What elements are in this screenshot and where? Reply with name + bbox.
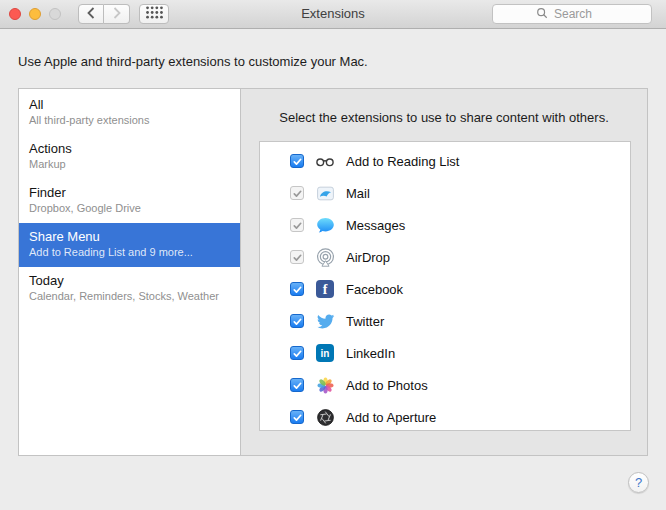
extension-row: Twitter (260, 305, 630, 337)
sidebar-item-title: Today (29, 273, 230, 289)
linkedin-icon: in (315, 343, 335, 363)
extension-label: Mail (346, 186, 370, 201)
intro-text: Use Apple and third-party extensions to … (18, 54, 368, 69)
chevron-left-icon (87, 5, 95, 23)
checkbox[interactable] (290, 250, 304, 264)
extension-label: Facebook (346, 282, 403, 297)
checkbox[interactable] (290, 218, 304, 232)
checkbox[interactable] (290, 410, 304, 424)
mail-icon (315, 183, 335, 203)
sidebar-item-subtitle: Markup (29, 158, 230, 171)
aperture-icon (315, 407, 335, 427)
checkbox[interactable] (290, 282, 304, 296)
facebook-icon: f (315, 279, 335, 299)
show-all-button[interactable] (139, 4, 169, 24)
facebook-glyph: f (323, 282, 328, 298)
airdrop-icon (315, 247, 335, 267)
zoom-button[interactable] (49, 8, 61, 20)
twitter-icon (315, 311, 335, 331)
extension-label: Add to Aperture (346, 410, 436, 425)
extension-row: Add to Photos (260, 369, 630, 401)
sidebar-item-title: All (29, 97, 230, 113)
minimize-button[interactable] (29, 8, 41, 20)
extension-label: Add to Photos (346, 378, 428, 393)
sidebar-item-today[interactable]: Today Calendar, Reminders, Stocks, Weath… (19, 267, 240, 311)
content-area: All All third-party extensions Actions M… (18, 88, 648, 456)
share-menu-panel: Select the extensions to use to share co… (241, 89, 647, 455)
sidebar-item-subtitle: Dropbox, Google Drive (29, 202, 230, 215)
extension-label: Messages (346, 218, 405, 233)
extension-label: Twitter (346, 314, 384, 329)
help-button[interactable]: ? (628, 472, 649, 493)
panel-instruction: Select the extensions to use to share co… (241, 89, 647, 125)
extension-row: Messages (260, 209, 630, 241)
search-icon (536, 5, 548, 23)
sidebar-item-actions[interactable]: Actions Markup (19, 135, 240, 179)
extension-row: Mail (260, 177, 630, 209)
messages-icon (315, 215, 335, 235)
search-input[interactable] (552, 6, 608, 22)
chevron-right-icon (113, 5, 121, 23)
sidebar-item-all[interactable]: All All third-party extensions (19, 91, 240, 135)
sidebar-item-title: Finder (29, 185, 230, 201)
reading-list-icon (315, 151, 335, 171)
nav-buttons (78, 4, 130, 24)
close-button[interactable] (9, 8, 21, 20)
checkbox[interactable] (290, 346, 304, 360)
extension-label: LinkedIn (346, 346, 395, 361)
extension-label: AirDrop (346, 250, 390, 265)
sidebar-item-share-menu[interactable]: Share Menu Add to Reading List and 9 mor… (19, 223, 240, 267)
checkbox[interactable] (290, 378, 304, 392)
traffic-lights (9, 8, 61, 20)
extensions-category-list: All All third-party extensions Actions M… (19, 89, 241, 455)
extension-row: in LinkedIn (260, 337, 630, 369)
sidebar-item-subtitle: Add to Reading List and 9 more... (29, 246, 230, 259)
extension-row: AirDrop (260, 241, 630, 273)
grid-icon (145, 5, 164, 23)
sidebar-item-title: Share Menu (29, 229, 230, 245)
extension-row: Add to Aperture (260, 401, 630, 431)
extension-row: f Facebook (260, 273, 630, 305)
question-mark-icon: ? (635, 475, 642, 490)
sidebar-item-title: Actions (29, 141, 230, 157)
checkbox[interactable] (290, 314, 304, 328)
extension-label: Add to Reading List (346, 154, 459, 169)
linkedin-glyph: in (321, 348, 330, 359)
sidebar-item-finder[interactable]: Finder Dropbox, Google Drive (19, 179, 240, 223)
back-button[interactable] (78, 4, 104, 24)
extension-row: Add to Reading List (260, 145, 630, 177)
extensions-preferences-window: Extensions (0, 0, 666, 510)
titlebar: Extensions (0, 0, 666, 29)
extension-list: Add to Reading List Mail (259, 141, 631, 431)
search-field[interactable] (492, 4, 652, 24)
sidebar-item-subtitle: Calendar, Reminders, Stocks, Weather (29, 290, 230, 303)
forward-button[interactable] (104, 4, 130, 24)
checkbox[interactable] (290, 154, 304, 168)
checkbox[interactable] (290, 186, 304, 200)
sidebar-item-subtitle: All third-party extensions (29, 114, 230, 127)
photos-icon (315, 375, 335, 395)
